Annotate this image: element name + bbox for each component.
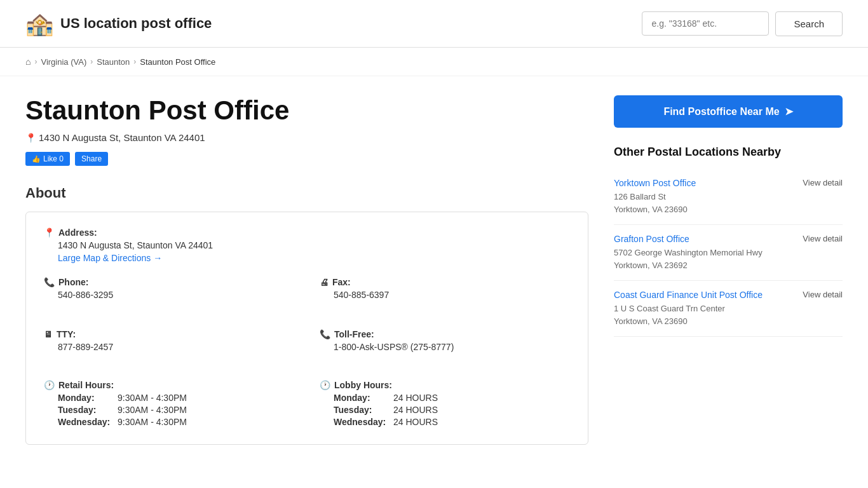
nearby-view-detail[interactable]: View detail	[803, 234, 843, 243]
sidebar: Find Postoffice Near Me ➤ Other Postal L…	[614, 95, 843, 445]
hours-time: 9:30AM - 4:30PM	[118, 405, 187, 415]
clock-icon-lobby: 🕐	[320, 380, 330, 390]
lobby-hours-row: Wednesday:24 HOURS	[320, 417, 570, 427]
hours-time: 24 HOURS	[393, 393, 438, 403]
breadcrumb: ⌂ › Virginia (VA) › Staunton › Staunton …	[0, 48, 868, 76]
lobby-hours-label: 🕐 Lobby Hours:	[320, 380, 570, 390]
hours-day: Tuesday:	[334, 405, 391, 415]
clock-icon-retail: 🕐	[44, 380, 55, 390]
breadcrumb-state[interactable]: Virginia (VA)	[41, 57, 86, 67]
phone-row: 📞 Phone: 540-886-3295	[44, 277, 294, 300]
retail-hours-section: 🕐 Retail Hours: Monday:9:30AM - 4:30PMTu…	[44, 380, 294, 429]
page-address: 📍 1430 N Augusta St, Staunton VA 24401	[25, 132, 588, 143]
nearby-address: 1 U S Coast Guard Trn CenterYorktown, VA…	[614, 302, 843, 327]
nearby-address: 5702 George Washington Memorial HwyYorkt…	[614, 247, 843, 271]
hours-time: 9:30AM - 4:30PM	[118, 393, 187, 403]
nearby-item: Yorktown Post Office View detail 126 Bal…	[614, 169, 843, 225]
nearby-item-name[interactable]: Grafton Post Office	[614, 234, 689, 244]
find-postoffice-button[interactable]: Find Postoffice Near Me ➤	[614, 95, 843, 128]
search-area: Search	[642, 11, 843, 36]
retail-hours-row: Wednesday:9:30AM - 4:30PM	[44, 417, 294, 427]
page-title: Staunton Post Office	[25, 95, 588, 126]
lobby-hours-list: Monday:24 HOURSTuesday:24 HOURSWednesday…	[320, 393, 570, 427]
hours-time: 24 HOURS	[393, 417, 438, 427]
fb-share-label: Share	[81, 154, 102, 163]
map-link[interactable]: Large Map & Directions →	[44, 253, 570, 263]
nearby-item-header: Yorktown Post Office View detail	[614, 178, 843, 188]
find-btn-label: Find Postoffice Near Me	[663, 106, 779, 118]
lobby-hours-section: 🕐 Lobby Hours: Monday:24 HOURSTuesday:24…	[320, 380, 570, 429]
lobby-hours-row: Tuesday:24 HOURS	[320, 405, 570, 415]
nearby-item: Grafton Post Office View detail 5702 Geo…	[614, 225, 843, 281]
nearby-view-detail[interactable]: View detail	[803, 178, 843, 187]
nearby-item-header: Grafton Post Office View detail	[614, 234, 843, 244]
content-area: Staunton Post Office 📍 1430 N Augusta St…	[25, 95, 588, 445]
hours-day: Monday:	[334, 393, 391, 403]
home-icon[interactable]: ⌂	[25, 57, 31, 67]
nearby-view-detail[interactable]: View detail	[803, 290, 843, 299]
info-card: 📍 Address: 1430 N Augusta St, Staunton V…	[25, 212, 588, 445]
phone-value: 540-886-3295	[44, 290, 294, 300]
address-text: 1430 N Augusta St, Staunton VA 24401	[39, 132, 205, 143]
fax-row: 🖨 Fax: 540-885-6397	[320, 277, 570, 300]
tty-row: 🖥 TTY: 877-889-2457	[44, 329, 294, 352]
fax-icon: 🖨	[320, 277, 329, 287]
breadcrumb-sep-1: ›	[34, 57, 37, 66]
site-title: US location post office	[60, 15, 212, 32]
fb-like-button[interactable]: 👍 Like 0	[25, 152, 70, 166]
breadcrumb-current: Staunton Post Office	[140, 57, 215, 67]
site-logo: 🏤 US location post office	[25, 10, 212, 37]
location-arrow-icon: ➤	[785, 105, 793, 118]
hours-grid: 🕐 Retail Hours: Monday:9:30AM - 4:30PMTu…	[44, 380, 570, 429]
hours-day: Wednesday:	[58, 417, 115, 427]
address-value: 1430 N Augusta St, Staunton VA 24401	[44, 240, 570, 250]
phone-label: 📞 Phone:	[44, 277, 294, 287]
tty-icon: 🖥	[44, 329, 53, 339]
nearby-address: 126 Ballard StYorktown, VA 23690	[614, 191, 843, 215]
fax-label: 🖨 Fax:	[320, 277, 570, 287]
retail-hours-label: 🕐 Retail Hours:	[44, 380, 294, 390]
breadcrumb-sep-3: ›	[133, 57, 136, 66]
phone-fax-grid: 📞 Phone: 540-886-3295 🖨 Fax: 540-885-639…	[44, 277, 570, 366]
address-icon: 📍	[44, 227, 55, 238]
about-title: About	[25, 185, 588, 201]
nearby-title: Other Postal Locations Nearby	[614, 146, 843, 159]
fax-value: 540-885-6397	[320, 290, 570, 300]
pin-icon: 📍	[25, 133, 36, 143]
social-buttons: 👍 Like 0 Share	[25, 152, 588, 166]
hours-day: Tuesday:	[58, 405, 115, 415]
nearby-list: Yorktown Post Office View detail 126 Bal…	[614, 169, 843, 337]
hours-day: Wednesday:	[334, 417, 391, 427]
breadcrumb-city[interactable]: Staunton	[97, 57, 130, 67]
fb-like-label: Like 0	[43, 154, 64, 163]
nearby-item-header: Coast Guard Finance Unit Post Office Vie…	[614, 290, 843, 300]
fb-share-button[interactable]: Share	[75, 152, 108, 166]
nearby-item-name[interactable]: Yorktown Post Office	[614, 178, 696, 188]
search-button[interactable]: Search	[775, 11, 843, 36]
address-label: 📍 Address:	[44, 227, 570, 238]
main-container: Staunton Post Office 📍 1430 N Augusta St…	[0, 76, 868, 464]
tty-value: 877-889-2457	[44, 342, 294, 352]
phone-icon: 📞	[44, 277, 55, 287]
address-row: 📍 Address: 1430 N Augusta St, Staunton V…	[44, 227, 570, 263]
retail-hours-list: Monday:9:30AM - 4:30PMTuesday:9:30AM - 4…	[44, 393, 294, 427]
toll-free-value: 1-800-Ask-USPS® (275-8777)	[320, 342, 570, 352]
toll-free-label: 📞 Toll-Free:	[320, 329, 570, 339]
site-header: 🏤 US location post office Search	[0, 0, 868, 48]
lobby-hours-row: Monday:24 HOURS	[320, 393, 570, 403]
toll-free-icon: 📞	[320, 329, 330, 339]
retail-hours-row: Tuesday:9:30AM - 4:30PM	[44, 405, 294, 415]
retail-hours-row: Monday:9:30AM - 4:30PM	[44, 393, 294, 403]
tty-label: 🖥 TTY:	[44, 329, 294, 339]
thumbs-icon: 👍	[32, 155, 41, 163]
breadcrumb-sep-2: ›	[90, 57, 93, 66]
hours-time: 9:30AM - 4:30PM	[118, 417, 187, 427]
nearby-item-name[interactable]: Coast Guard Finance Unit Post Office	[614, 290, 763, 300]
search-input[interactable]	[642, 11, 769, 36]
hours-time: 24 HOURS	[393, 405, 438, 415]
nearby-item: Coast Guard Finance Unit Post Office Vie…	[614, 281, 843, 337]
logo-icon: 🏤	[25, 10, 54, 37]
toll-free-row: 📞 Toll-Free: 1-800-Ask-USPS® (275-8777)	[320, 329, 570, 366]
hours-day: Monday:	[58, 393, 115, 403]
